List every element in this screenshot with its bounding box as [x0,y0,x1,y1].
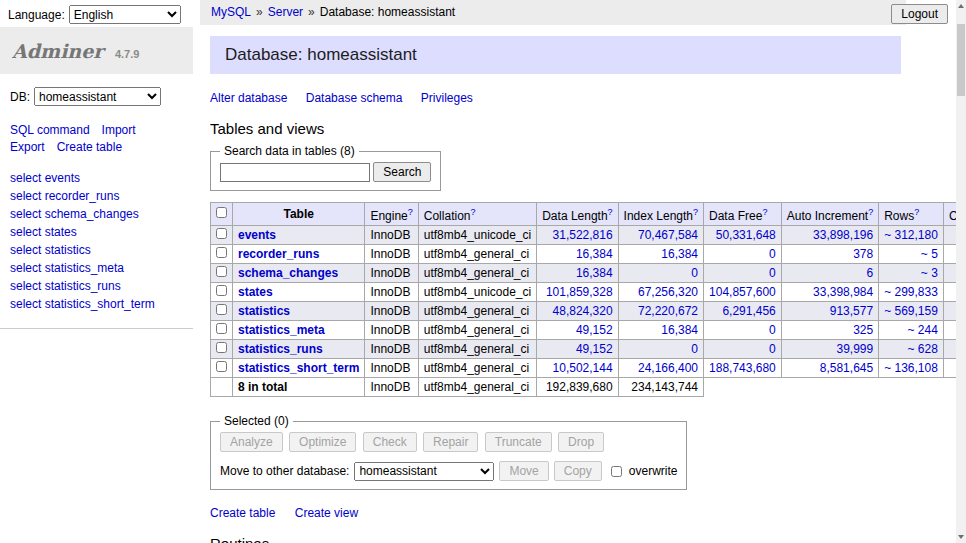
help-icon[interactable]: ? [608,207,613,217]
select-all-checkbox[interactable] [216,207,227,218]
row-select-checkbox[interactable] [216,266,227,277]
row-select-checkbox[interactable] [216,304,227,315]
table-name-link[interactable]: statistics_meta [238,323,325,337]
optimize-button[interactable]: Optimize [289,432,356,452]
data-free-link[interactable]: 50,331,648 [716,228,776,242]
check-button[interactable]: Check [363,432,417,452]
row-select-checkbox[interactable] [216,247,227,258]
sidebar-link-export[interactable]: Export [10,140,45,154]
help-icon[interactable]: ? [408,207,413,217]
row-select-checkbox[interactable] [216,285,227,296]
row-select-checkbox[interactable] [216,323,227,334]
index-length-link[interactable]: 72,220,672 [638,304,698,318]
table-name-link[interactable]: events [238,228,276,242]
auto-increment-link[interactable]: 378 [853,247,873,261]
help-icon[interactable]: ? [914,207,919,217]
sidebar-link-create-table[interactable]: Create table [57,140,122,154]
index-length-link[interactable]: 67,256,320 [638,285,698,299]
rows-count-link[interactable]: ~ 5 [921,247,938,261]
sidebar-link-sql-command[interactable]: SQL command [10,123,90,137]
language-select[interactable]: English [69,5,181,24]
table-name-link[interactable]: statistics_runs [238,342,323,356]
rows-count-link[interactable]: ~ 3 [921,266,938,280]
sidebar-item-select-statistics-short-term[interactable]: select statistics_short_term [10,297,155,311]
index-length-link[interactable]: 16,384 [661,247,698,261]
help-icon[interactable]: ? [868,207,873,217]
sidebar-link-import[interactable]: Import [102,123,136,137]
move-database-select[interactable]: homeassistant [354,462,494,481]
data-free-link[interactable]: 0 [769,247,776,261]
search-button[interactable]: Search [373,162,431,182]
data-length-link[interactable]: 16,384 [576,247,613,261]
database-schema-link[interactable]: Database schema [306,91,403,105]
index-length-link[interactable]: 70,467,584 [638,228,698,242]
table-name-link[interactable]: schema_changes [238,266,338,280]
move-button[interactable]: Move [499,461,548,481]
data-length-link[interactable]: 10,502,144 [553,361,613,375]
index-length-link[interactable]: 0 [691,342,698,356]
alter-database-link[interactable]: Alter database [210,91,287,105]
db-select[interactable]: homeassistant [34,87,161,106]
create-view-link[interactable]: Create view [295,506,358,520]
sidebar-item-select-statistics[interactable]: select statistics [10,243,91,257]
row-select-checkbox[interactable] [216,342,227,353]
row-select-checkbox[interactable] [216,361,227,372]
data-length-link[interactable]: 48,824,320 [553,304,613,318]
help-icon[interactable]: ? [693,207,698,217]
rows-count-link[interactable]: ~ 628 [908,342,938,356]
rows-count-link[interactable]: ~ 312,180 [884,228,938,242]
repair-button[interactable]: Repair [423,432,478,452]
auto-increment-link[interactable]: 6 [866,266,873,280]
index-length-link[interactable]: 16,384 [661,323,698,337]
table-name-link[interactable]: statistics_short_term [238,361,359,375]
analyze-button[interactable]: Analyze [220,432,283,452]
table-name-link[interactable]: recorder_runs [238,247,319,261]
scrollbar-down-icon[interactable] [956,531,966,543]
privileges-link[interactable]: Privileges [421,91,473,105]
drop-button[interactable]: Drop [558,432,604,452]
data-length-link[interactable]: 16,384 [576,266,613,280]
sidebar-item-select-recorder-runs[interactable]: select recorder_runs [10,189,119,203]
create-table-link[interactable]: Create table [210,506,275,520]
scrollbar-up-icon[interactable] [956,0,966,12]
breadcrumb-server-link[interactable]: Server [268,5,303,19]
data-free-link[interactable]: 188,743,680 [709,361,776,375]
help-icon[interactable]: ? [762,207,767,217]
sidebar-item-select-events[interactable]: select events [10,171,80,185]
rows-count-link[interactable]: ~ 569,159 [884,304,938,318]
auto-increment-link[interactable]: 33,398,984 [813,285,873,299]
data-length-link[interactable]: 31,522,816 [553,228,613,242]
data-free-link[interactable]: 0 [769,323,776,337]
rows-count-link[interactable]: ~ 244 [908,323,938,337]
index-length-link[interactable]: 0 [691,266,698,280]
data-length-link[interactable]: 101,859,328 [546,285,613,299]
truncate-button[interactable]: Truncate [485,432,552,452]
data-free-link[interactable]: 104,857,600 [709,285,776,299]
overwrite-checkbox[interactable] [611,466,622,477]
sidebar-item-select-statistics-meta[interactable]: select statistics_meta [10,261,124,275]
data-length-link[interactable]: 49,152 [576,323,613,337]
sidebar-item-select-statistics-runs[interactable]: select statistics_runs [10,279,121,293]
help-icon[interactable]: ? [470,207,475,217]
search-input[interactable] [220,163,370,182]
table-name-link[interactable]: states [238,285,273,299]
breadcrumb-mysql-link[interactable]: MySQL [211,5,251,19]
data-free-link[interactable]: 6,291,456 [722,304,775,318]
logout-button[interactable]: Logout [891,4,948,24]
rows-count-link[interactable]: ~ 299,833 [884,285,938,299]
auto-increment-link[interactable]: 39,999 [836,342,873,356]
auto-increment-link[interactable]: 33,898,196 [813,228,873,242]
sidebar-item-select-schema-changes[interactable]: select schema_changes [10,207,139,221]
auto-increment-link[interactable]: 913,577 [830,304,873,318]
index-length-link[interactable]: 24,166,400 [638,361,698,375]
rows-count-link[interactable]: ~ 136,108 [884,361,938,375]
sidebar-item-select-states[interactable]: select states [10,225,77,239]
auto-increment-link[interactable]: 325 [853,323,873,337]
copy-button[interactable]: Copy [554,461,602,481]
scrollbar-thumb[interactable] [957,24,965,96]
table-name-link[interactable]: statistics [238,304,290,318]
data-free-link[interactable]: 0 [769,342,776,356]
row-select-checkbox[interactable] [216,228,227,239]
data-length-link[interactable]: 49,152 [576,342,613,356]
data-free-link[interactable]: 0 [769,266,776,280]
